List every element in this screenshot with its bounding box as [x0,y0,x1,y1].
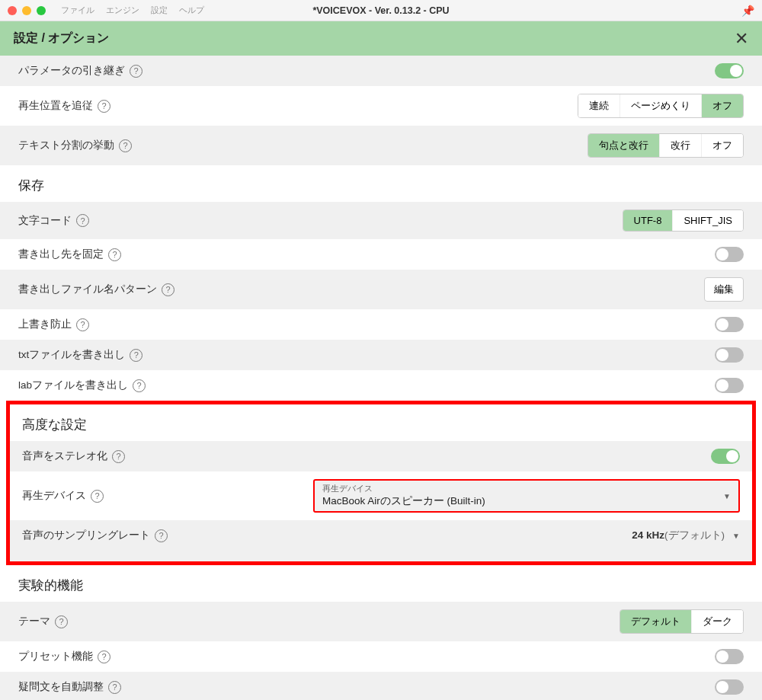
edit-button[interactable]: 編集 [704,277,744,302]
label-param-inherit: パラメータの引き継ぎ [18,64,125,78]
row-stereo: 音声をステレオ化 ? [10,441,752,471]
text-split-options: 句点と改行 改行 オフ [588,133,744,158]
toggle-lab-export[interactable] [715,378,744,393]
row-encoding: 文字コード ? UTF-8 SHIFT_JIS [0,202,762,239]
section-advanced: 高度な設定 [10,404,752,441]
titlebar: ファイル エンジン 設定 ヘルプ *VOICEVOX - Ver. 0.13.2… [0,0,762,21]
help-icon[interactable]: ? [108,248,121,261]
help-icon[interactable]: ? [76,318,89,331]
close-icon[interactable]: ✕ [735,29,748,49]
label-text-split: テキスト分割の挙動 [18,139,114,152]
chevron-down-icon: ▼ [732,532,740,540]
row-preset: プリセット機能 ? [0,641,762,672]
label-lab-export: labファイルを書き出し [18,379,128,392]
label-filename-pattern: 書き出しファイル名パターン [18,283,157,296]
help-icon[interactable]: ? [130,65,142,78]
row-play-follow: 再生位置を追従 ? 連続 ページめくり オフ [0,86,762,126]
opt-off[interactable]: オフ [701,94,743,117]
menubar: ファイル エンジン 設定 ヘルプ [61,5,204,16]
opt-page-turn[interactable]: ページめくり [620,94,701,117]
toggle-stereo[interactable] [711,449,740,464]
help-icon[interactable]: ? [112,450,125,463]
toggle-fixed-export[interactable] [715,247,744,262]
help-icon[interactable]: ? [162,283,174,296]
toggle-preset[interactable] [715,649,744,664]
row-txt-export: txtファイルを書き出し ? [0,340,762,370]
help-icon[interactable]: ? [130,349,142,362]
play-device-select[interactable]: 再生デバイス MacBook Airのスピーカー (Built-in) ▼ [313,479,740,513]
opt-dark[interactable]: ダーク [691,610,743,633]
maximize-window-icon[interactable] [37,6,46,15]
help-icon[interactable]: ? [108,681,121,694]
label-fixed-export: 書き出し先を固定 [18,248,104,261]
opt-utf8[interactable]: UTF-8 [623,210,673,231]
chevron-down-icon: ▼ [723,492,731,500]
section-save: 保存 [0,165,762,202]
settings-content: パラメータの引き継ぎ ? 再生位置を追従 ? 連続 ページめくり オフ テキスト… [0,56,762,700]
label-overwrite: 上書き防止 [18,318,72,331]
window-title: *VOICEVOX - Ver. 0.13.2 - CPU [312,5,449,16]
menu-engine[interactable]: エンジン [106,5,139,16]
play-follow-options: 連続 ページめくり オフ [578,94,744,118]
opt-default[interactable]: デフォルト [620,610,691,633]
menu-help[interactable]: ヘルプ [179,5,204,16]
advanced-section-highlight: 高度な設定 音声をステレオ化 ? 再生デバイス ? 再生デバイス MacBook… [6,401,756,565]
help-icon[interactable]: ? [155,529,168,542]
help-icon[interactable]: ? [55,615,68,628]
menu-file[interactable]: ファイル [61,5,94,16]
row-overwrite-protect: 上書き防止 ? [0,309,762,340]
select-value: MacBook Airのスピーカー (Built-in) [322,494,731,508]
sample-rate-select[interactable]: 24 kHz(デフォルト) ▼ [632,529,740,542]
label-stereo: 音声をステレオ化 [22,449,107,463]
label-sample-rate: 音声のサンプリングレート [22,529,150,542]
section-experimental: 実験的機能 [0,565,762,602]
help-icon[interactable]: ? [98,100,110,113]
pin-icon[interactable]: 📌 [741,5,754,17]
sample-rate-value: 24 kHz [632,529,664,541]
toggle-param-inherit[interactable] [715,63,744,78]
row-filename-pattern: 書き出しファイル名パターン ? 編集 [0,270,762,309]
opt-continuous[interactable]: 連続 [578,94,620,117]
label-encoding: 文字コード [18,214,72,228]
menu-settings[interactable]: 設定 [151,5,168,16]
minimize-window-icon[interactable] [22,6,31,15]
sample-rate-default: (デフォルト) [664,529,725,541]
label-preset: プリセット機能 [18,650,93,663]
help-icon[interactable]: ? [91,490,104,503]
label-play-device: 再生デバイス [22,489,86,503]
help-icon[interactable]: ? [98,650,110,663]
help-icon[interactable]: ? [76,214,89,227]
row-play-device: 再生デバイス ? 再生デバイス MacBook Airのスピーカー (Built… [10,471,752,520]
opt-off[interactable]: オフ [701,134,743,157]
row-lab-export: labファイルを書き出し ? [0,370,762,401]
label-txt-export: txtファイルを書き出し [18,348,125,362]
row-sample-rate: 音声のサンプリングレート ? 24 kHz(デフォルト) ▼ [10,520,752,551]
row-fixed-export: 書き出し先を固定 ? [0,239,762,270]
row-param-inherit: パラメータの引き継ぎ ? [0,56,762,86]
label-play-follow: 再生位置を追従 [18,99,93,113]
opt-period-newline[interactable]: 句点と改行 [588,134,659,157]
help-icon[interactable]: ? [133,379,146,392]
select-label: 再生デバイス [322,484,731,494]
settings-header: 設定 / オプション ✕ [0,21,762,56]
label-question: 疑問文を自動調整 [18,680,104,694]
toggle-overwrite[interactable] [715,317,744,332]
row-question: 疑問文を自動調整 ? [0,672,762,700]
window-controls [8,6,46,15]
toggle-txt-export[interactable] [715,347,744,363]
opt-newline[interactable]: 改行 [659,134,701,157]
row-theme: テーマ ? デフォルト ダーク [0,602,762,641]
settings-title: 設定 / オプション [14,30,109,46]
label-theme: テーマ [18,615,50,628]
help-icon[interactable]: ? [119,139,132,152]
toggle-question[interactable] [715,679,744,695]
close-window-icon[interactable] [8,6,17,15]
opt-shiftjis[interactable]: SHIFT_JIS [672,210,743,231]
row-text-split: テキスト分割の挙動 ? 句点と改行 改行 オフ [0,126,762,165]
encoding-options: UTF-8 SHIFT_JIS [623,209,744,232]
theme-options: デフォルト ダーク [620,609,744,634]
